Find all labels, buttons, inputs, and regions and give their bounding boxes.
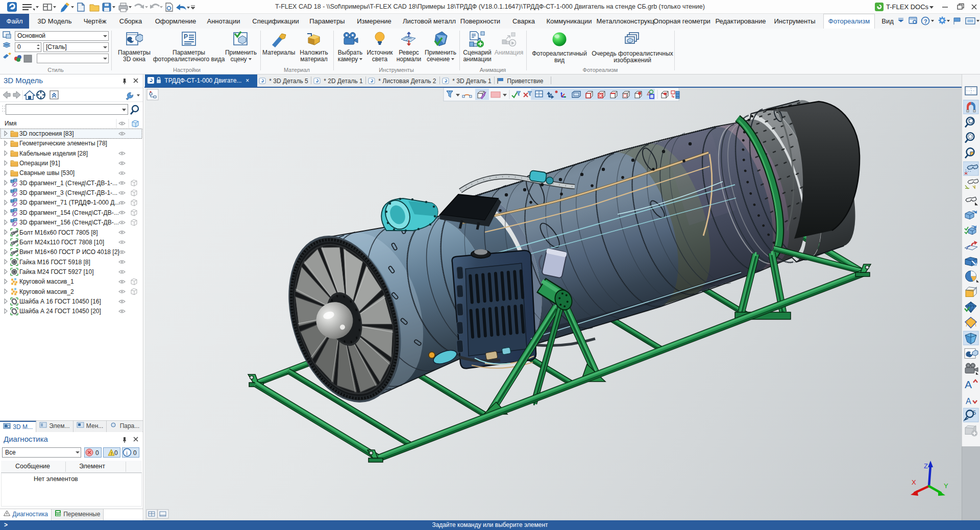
svg-text:3D фрагмент_156 (Стенд\СТ-ДВ-.: 3D фрагмент_156 (Стенд\СТ-ДВ-... [19,219,119,226]
svg-text:0: 0 [114,449,118,457]
svg-text:A: A [966,397,971,406]
svg-text:Винт М16×60 ГОСТ Р ИСО 4018 [2: Винт М16×60 ГОСТ Р ИСО 4018 [2] [19,248,119,256]
svg-text:3D фрагмент_154 (Стенд\СТ-ДВ-.: 3D фрагмент_154 (Стенд\СТ-ДВ-... [19,209,119,216]
svg-text:Операции [91]: Операции [91] [19,160,60,167]
svg-text:Y: Y [944,482,948,490]
svg-text:Гайка М16 ГОСТ 5918 [8]: Гайка М16 ГОСТ 5918 [8] [19,259,90,266]
svg-text:Кабельные изделия [28]: Кабельные изделия [28] [19,150,88,157]
svg-text:3D фрагмент_3 (Стенд\СТ-ДВ-1-.: 3D фрагмент_3 (Стенд\СТ-ДВ-1-... [19,189,117,196]
svg-text:i: i [126,450,127,456]
svg-text:Геометрические элементы [78]: Геометрические элементы [78] [19,140,107,147]
svg-text:5: 5 [973,410,976,416]
svg-text:Болт М16х60 ГОСТ 7805 [8]: Болт М16х60 ГОСТ 7805 [8] [19,229,98,236]
svg-text:Круговой массив_1: Круговой массив_1 [19,278,74,285]
svg-text:T-FLEX DOCs: T-FLEX DOCs [886,3,929,11]
svg-text:Z: Z [924,462,928,470]
svg-text:Шайба А 24 ГОСТ 10450 [20]: Шайба А 24 ГОСТ 10450 [20] [19,308,101,315]
svg-text:3D фрагмент_1 (Стенд\СТ-ДВ-1-.: 3D фрагмент_1 (Стенд\СТ-ДВ-1-... [19,180,117,187]
svg-text:A: A [965,378,972,390]
svg-text:Сварные швы [530]: Сварные швы [530] [19,169,75,176]
svg-text:Шайба А 16 ГОСТ 10450 [16]: Шайба А 16 ГОСТ 10450 [16] [19,298,101,305]
svg-text:3D фрагмент_71 (ТРДДФ-1-000 Д.: 3D фрагмент_71 (ТРДДФ-1-000 Д... [19,199,119,206]
svg-text:0: 0 [95,449,99,457]
svg-text:Гайка М24 ГОСТ 5927 [10]: Гайка М24 ГОСТ 5927 [10] [19,268,94,275]
svg-text:Болт М24х110 ГОСТ 7808 [10]: Болт М24х110 ГОСТ 7808 [10] [19,239,104,246]
svg-text:!: ! [111,451,112,456]
svg-text:P: P [184,33,188,40]
svg-text:X: X [912,478,916,486]
svg-text:Круговой массив_2: Круговой массив_2 [19,288,74,295]
svg-text:0: 0 [133,449,137,457]
svg-text:3D построения [83]: 3D построения [83] [19,130,74,137]
svg-text:?: ? [924,18,927,24]
